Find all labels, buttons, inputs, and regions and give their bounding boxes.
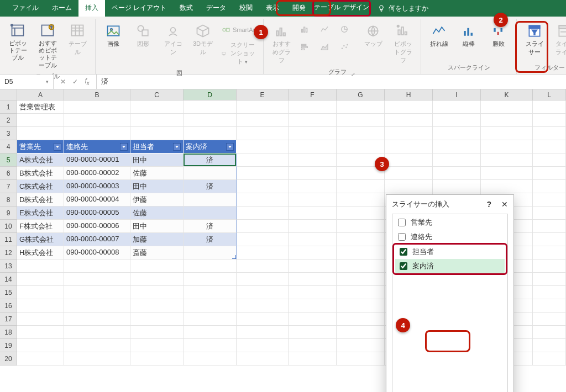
cell-L3[interactable] [533,127,566,140]
slicer-field-担当者[interactable]: 担当者 [395,245,505,259]
cell-H6[interactable] [385,167,433,180]
cell-A6[interactable]: B株式会社 [17,167,64,180]
sparkline-line-button[interactable]: 折れ線 [426,21,452,50]
cell-A19[interactable] [17,339,64,352]
cell-D4[interactable]: 案内済 [184,140,237,153]
cell-C14[interactable] [130,273,184,286]
cell-B3[interactable] [64,127,130,140]
cell-F14[interactable] [289,273,337,286]
table-button[interactable]: テーブル [64,21,91,59]
cell-E18[interactable] [237,326,289,339]
cell-C1[interactable] [130,100,184,114]
cell-E15[interactable] [237,286,289,299]
cell-E6[interactable] [237,167,289,180]
timeline-button[interactable]: タイムライン [551,21,566,59]
name-box[interactable]: D5▾ [0,75,54,89]
slicer-field-営業先[interactable]: 営業先 [394,215,506,230]
cell-F6[interactable] [289,167,337,180]
slicer-field-checkbox[interactable] [398,233,406,241]
cell-C11[interactable]: 加藤 [130,233,184,246]
cell-D3[interactable] [184,127,237,140]
chart-scatter-button[interactable] [338,39,357,55]
cell-A4[interactable]: 営業先 [17,140,64,153]
column-header-K[interactable]: K [481,89,533,100]
cell-G3[interactable] [337,127,385,140]
cell-F20[interactable] [289,352,337,365]
cell-G12[interactable] [337,246,385,259]
cell-B8[interactable]: 090-0000-00004 [64,193,130,206]
cell-H3[interactable] [385,127,433,140]
cell-E3[interactable] [237,127,289,140]
cell-K1[interactable] [481,100,533,114]
row-header-14[interactable]: 14 [0,273,17,286]
slicer-field-checkbox[interactable] [398,219,406,226]
cell-L6[interactable] [533,167,566,180]
menu-tab-4[interactable]: 数式 [173,0,200,17]
cell-B4[interactable]: 連絡先 [64,140,130,153]
chart-area-button[interactable] [318,39,337,55]
menu-tab-8[interactable]: 開発 [286,0,312,17]
cell-A8[interactable]: D株式会社 [17,193,64,206]
cell-D8[interactable] [184,193,237,206]
cell-C12[interactable]: 斎藤 [130,246,184,259]
cell-F11[interactable] [289,233,337,246]
row-header-11[interactable]: 11 [0,233,17,246]
menu-tab-9[interactable]: テーブル デザイン [312,0,370,17]
cell-B12[interactable]: 090-0000-00008 [64,246,130,259]
row-header-16[interactable]: 16 [0,299,17,312]
row-header-10[interactable]: 10 [0,220,17,233]
column-header-L[interactable]: L [533,89,566,100]
cell-K2[interactable] [481,114,533,127]
cell-I5[interactable] [433,153,481,167]
cell-C2[interactable] [130,114,184,127]
row-header-1[interactable]: 1 [0,100,17,114]
cell-D6[interactable] [184,167,237,180]
cell-A5[interactable]: A株式会社 [17,153,64,167]
column-header-H[interactable]: H [385,89,433,100]
cell-A9[interactable]: E株式会社 [17,206,64,220]
row-header-9[interactable]: 9 [0,206,17,220]
cell-L13[interactable] [533,259,566,273]
filter-dropdown-案内済[interactable] [226,143,234,151]
cell-A1[interactable]: 営業管理表 [17,100,64,114]
row-header-20[interactable]: 20 [0,352,17,365]
cell-K3[interactable] [481,127,533,140]
map-button[interactable]: マップ [360,21,386,50]
insert-function-button[interactable]: fx [85,77,89,86]
cell-G13[interactable] [337,259,385,273]
cell-F3[interactable] [289,127,337,140]
cell-G2[interactable] [337,114,385,127]
cell-L1[interactable] [533,100,566,114]
cell-B9[interactable]: 090-0000-00005 [64,206,130,220]
chart-bar-button[interactable] [298,21,317,38]
row-header-2[interactable]: 2 [0,114,17,127]
cell-A2[interactable] [17,114,64,127]
column-header-I[interactable]: I [433,89,481,100]
cell-C8[interactable]: 伊藤 [130,193,184,206]
cell-L9[interactable] [533,206,566,220]
cell-L2[interactable] [533,114,566,127]
cell-B15[interactable] [64,286,130,299]
cell-D10[interactable]: 済 [184,220,237,233]
cell-H2[interactable] [385,114,433,127]
cell-L15[interactable] [533,286,566,299]
cell-F12[interactable] [289,246,337,259]
cell-G16[interactable] [337,299,385,312]
filter-dropdown-担当者[interactable] [173,143,181,151]
cell-L4[interactable] [533,140,566,153]
cell-E8[interactable] [237,193,289,206]
cell-D5[interactable]: 済 [184,153,237,167]
cell-D7[interactable]: 済 [184,180,237,193]
cell-I3[interactable] [433,127,481,140]
cell-B20[interactable] [64,352,130,365]
cell-K6[interactable] [481,167,533,180]
cell-E19[interactable] [237,339,289,352]
tell-me-search[interactable]: 何をしますか [371,0,435,17]
dialog-field-list[interactable]: 営業先連絡先担当者案内済 [392,214,508,392]
row-header-6[interactable]: 6 [0,167,17,180]
cell-D13[interactable] [184,259,237,273]
cell-A20[interactable] [17,352,64,365]
cell-F1[interactable] [289,100,337,114]
cell-D20[interactable] [184,352,237,365]
cell-H7[interactable] [385,180,433,193]
